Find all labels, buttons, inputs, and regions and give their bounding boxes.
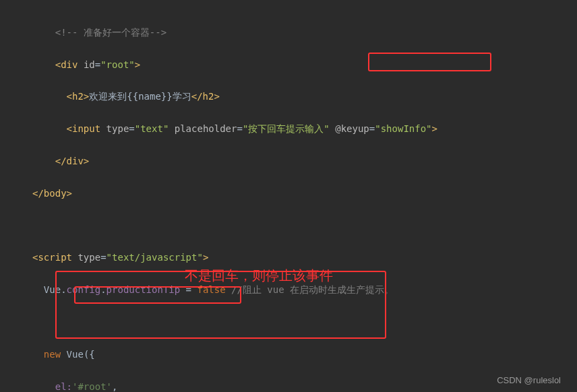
code-editor: <!-- 准备好一个容器--> <div id="root"> <h2>欢迎来到… (0, 0, 577, 392)
code-line: <script type="text/javascript"> (32, 249, 577, 265)
code-line: </div> (32, 153, 577, 169)
watermark: CSDN @ruleslol (497, 373, 561, 388)
code-line: <input type="text" placeholder="按下回车提示输入… (32, 121, 577, 137)
comment: <!-- 准备好一个容器--> (55, 27, 166, 38)
code-line (32, 218, 577, 234)
code-line: <h2>欢迎来到{{name}}学习</h2> (32, 88, 577, 104)
code-line (32, 314, 577, 330)
code-line: new Vue({ (32, 346, 577, 362)
code-line: <div id="root"> (32, 57, 577, 73)
code-line: </body> (32, 185, 577, 201)
code-line: Vue.config.productionTip = false //阻止 vu… (32, 282, 577, 298)
code-line: el:'#root', (32, 379, 577, 392)
code-line: <!-- 准备好一个容器--> (32, 24, 577, 40)
